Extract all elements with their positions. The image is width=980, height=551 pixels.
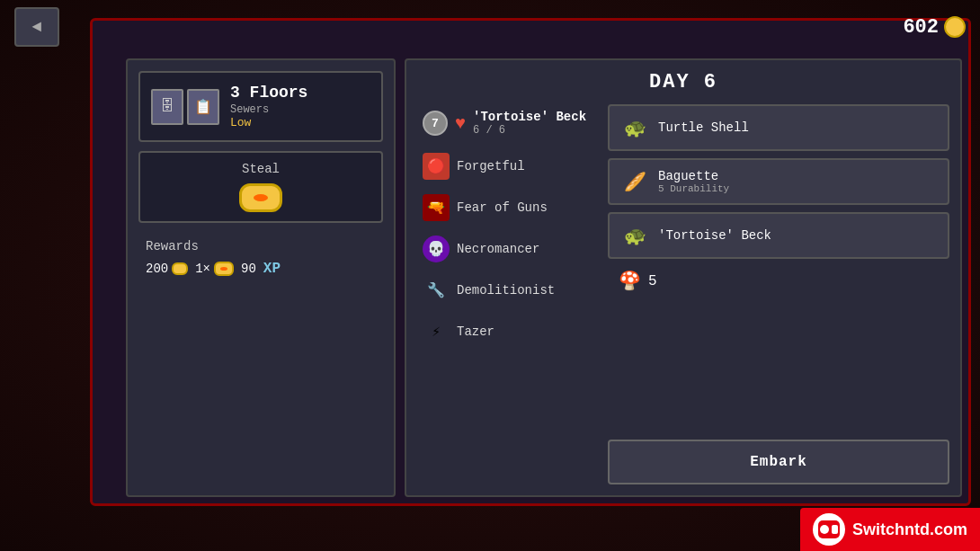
main-content: 🗄 📋 3 Floors Sewers Low Steal Rewards 20… <box>126 58 962 497</box>
location-box: 🗄 📋 3 Floors Sewers Low <box>138 71 383 142</box>
mushroom-icon: 🍄 <box>619 270 641 292</box>
reward-item-icon <box>214 262 234 276</box>
steal-box: Steal <box>138 151 383 223</box>
trait-demolitionist: 🔧 Demolitionist <box>417 273 597 307</box>
fear-of-guns-icon: 🔫 <box>423 194 450 221</box>
trait-fear-of-guns-label: Fear of Guns <box>457 200 548 215</box>
difficulty-label: Low <box>230 116 307 129</box>
char-name: 'Tortoise' Beck <box>473 110 586 124</box>
items-panel: 🐢 Turtle Shell 🥖 Baguette 5 Durability 🐢 <box>608 104 949 484</box>
char-level-badge: 7 <box>423 111 448 136</box>
baguette-text: Baguette 5 Durability <box>658 169 729 194</box>
location-icons: 🗄 📋 <box>151 89 219 125</box>
rewards-row: 200 1× 90 XP <box>146 261 376 277</box>
turtle-shell-name: Turtle Shell <box>658 120 749 135</box>
back-icon: ◄ <box>32 18 42 36</box>
trait-tazer: ⚡ Tazer <box>417 315 597 349</box>
reward-coin-icon <box>172 262 188 275</box>
steal-label: Steal <box>242 162 280 176</box>
turtle-shell-text: Turtle Shell <box>658 120 749 135</box>
watermark-text: Switchntd.com <box>852 520 967 539</box>
back-button[interactable]: ◄ <box>14 7 59 47</box>
item-baguette[interactable]: 🥖 Baguette 5 Durability <box>608 158 949 205</box>
trait-necromancer-label: Necromancer <box>457 242 539 256</box>
reward-item-count: 1× <box>195 262 210 276</box>
baguette-icon: 🥖 <box>620 167 649 196</box>
trait-fear-of-guns: 🔫 Fear of Guns <box>417 191 597 225</box>
char-info: 'Tortoise' Beck 6 / 6 <box>473 110 586 137</box>
coin-amount: 602 <box>903 16 939 39</box>
trait-necromancer: 💀 Necromancer <box>417 232 597 266</box>
day-title: DAY 6 <box>417 71 949 93</box>
mushroom-row: 🍄 5 <box>608 266 949 296</box>
trait-forgetful: 🔴 Forgetful <box>417 149 597 183</box>
embark-button[interactable]: Embark <box>608 440 949 484</box>
char-hp: 6 / 6 <box>473 124 586 137</box>
forgetful-icon: 🔴 <box>423 153 450 180</box>
sewers-label: Sewers <box>230 103 307 116</box>
watermark: Switchntd.com <box>800 508 980 551</box>
top-bar: ◄ 602 <box>0 0 980 54</box>
item-turtle-shell[interactable]: 🐢 Turtle Shell <box>608 104 949 151</box>
tortoise-beck-icon: 🐢 <box>620 221 649 250</box>
svg-point-1 <box>820 525 829 534</box>
baguette-sub: 5 Durability <box>658 183 729 194</box>
coins-display: 602 <box>903 16 966 39</box>
sewer-icon-2: 📋 <box>187 89 219 125</box>
svg-rect-2 <box>832 525 838 534</box>
mushroom-count: 5 <box>648 273 657 289</box>
heart-icon: ♥ <box>455 113 466 134</box>
xp-label: XP <box>263 261 281 277</box>
baguette-name: Baguette <box>658 169 729 183</box>
trait-forgetful-label: Forgetful <box>457 159 525 173</box>
turtle-shell-icon: 🐢 <box>620 113 649 142</box>
necromancer-icon: 💀 <box>423 236 450 262</box>
reward-coin-value: 200 <box>146 262 168 276</box>
right-panel: DAY 6 7 ♥ 'Tortoise' Beck 6 / 6 🔴 Forget… <box>405 58 962 497</box>
rewards-label: Rewards <box>146 239 376 253</box>
reward-item: 1× <box>195 262 234 276</box>
trait-demolitionist-label: Demolitionist <box>457 283 555 298</box>
sewer-icon-1: 🗄 <box>151 89 183 125</box>
location-info: 3 Floors Sewers Low <box>230 84 307 129</box>
reward-coins: 200 <box>146 262 188 276</box>
floors-text: 3 Floors <box>230 84 307 102</box>
switch-logo <box>813 513 845 546</box>
demolitionist-icon: 🔧 <box>423 277 450 304</box>
steal-item-icon <box>239 183 282 212</box>
right-content: 7 ♥ 'Tortoise' Beck 6 / 6 🔴 Forgetful 🔫 … <box>417 104 949 484</box>
rewards-section: Rewards 200 1× 90 XP <box>138 232 383 284</box>
left-panel: 🗄 📋 3 Floors Sewers Low Steal Rewards 20… <box>126 58 396 497</box>
char-header: 7 ♥ 'Tortoise' Beck 6 / 6 <box>417 104 597 142</box>
char-panel: 7 ♥ 'Tortoise' Beck 6 / 6 🔴 Forgetful 🔫 … <box>417 104 597 484</box>
tazer-icon: ⚡ <box>423 318 450 345</box>
item-tortoise-beck[interactable]: 🐢 'Tortoise' Beck <box>608 212 949 259</box>
tortoise-beck-text: 'Tortoise' Beck <box>658 228 771 243</box>
trait-tazer-label: Tazer <box>457 324 494 339</box>
coin-icon <box>944 16 966 38</box>
reward-xp-value: 90 <box>241 262 256 276</box>
tortoise-beck-name: 'Tortoise' Beck <box>658 228 771 243</box>
